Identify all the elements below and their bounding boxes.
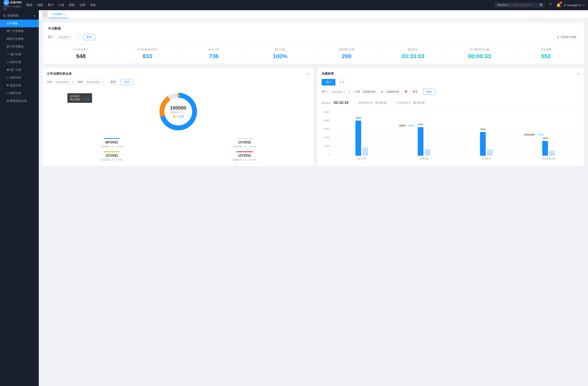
goal-query-button[interactable]: 查询 — [121, 79, 133, 85]
notification-badge: 5 — [559, 2, 563, 4]
stat-over-complete: 1072932 超额完成（元）| 89.9% — [180, 151, 310, 161]
metric-first-consult: 今日首咨客户 948 — [48, 48, 114, 59]
sidebar-item-visitor[interactable]: ⊙ 访客分析 — [0, 74, 39, 82]
date-from-input[interactable] — [361, 89, 379, 94]
username: manager11 — [567, 3, 582, 7]
search-type-select[interactable]: 手机号码 — [496, 3, 510, 7]
comm-dept-select[interactable]: 请选择部门 — [330, 89, 352, 95]
y-label-50000: 50000 — [323, 111, 330, 113]
today-data-card: 今日数据 部门 请选择部门 查询 ⚙ 设置显示指标 — [43, 22, 584, 64]
sidebar-item-sales-manager[interactable]: 销售主管看板 — [0, 35, 39, 43]
nav-data[interactable]: 数据 — [26, 2, 32, 8]
bar-chart-container: 50000 40000 30000 20000 10000 0 — [322, 111, 580, 162]
grid-line-5 — [331, 156, 580, 156]
user-info[interactable]: manager11 ▼ — [564, 3, 585, 7]
search-box: 手机号码 🔍 — [495, 3, 545, 8]
calendar-icon[interactable]: 📅 — [404, 90, 407, 94]
bar-dial-blue-wrapper: 43000 — [356, 121, 361, 156]
bar-group-dial: 43000 拨打次数 — [331, 111, 393, 156]
metric-call-duration: 通话时长 03:33:03 — [380, 48, 446, 59]
user-dropdown-icon[interactable]: ▼ — [583, 4, 585, 6]
comm-tab-dept[interactable]: 部门 — [322, 79, 336, 85]
goal-period-select[interactable]: 请选择周期 — [84, 79, 105, 85]
stat-bar-uncompleted — [236, 138, 253, 139]
sidebar-item-account-manager[interactable]: 客户经理看板 — [0, 43, 39, 51]
nav-customers[interactable]: 客户 — [48, 2, 54, 8]
help-icon[interactable]: ? — [486, 48, 489, 51]
logo-subtext: 教育机构一站式服务云平台 — [3, 5, 22, 11]
nav-registration[interactable]: 报名 — [90, 2, 96, 8]
comm-panel-header: 沟通效率 ⟳ — [322, 72, 580, 76]
bar-eff-conn-gray — [549, 151, 555, 156]
sidebar-item-company-dashboard[interactable]: 公司看板 — [0, 19, 39, 27]
tab-close-icon[interactable]: ✕ — [63, 13, 65, 16]
comm-query-button[interactable]: 查询 — [423, 89, 435, 95]
notification-icon[interactable]: 🔔 5 — [556, 3, 561, 7]
search-input[interactable] — [513, 4, 538, 6]
sidebar-item-promo-analysis[interactable]: ◈ 推广分析 — [0, 66, 39, 74]
goal-target-select[interactable]: 请选择目标 — [54, 79, 75, 85]
goal-filter-target: 目标 请选择目标 — [47, 79, 75, 85]
goal-reset-button[interactable]: 重置 — [108, 79, 118, 85]
stat-completed: 8972932 已完成量（元）| 70.9% — [47, 138, 177, 148]
comm-refresh-icon[interactable]: ⟳ — [577, 72, 580, 76]
sidebar-item-cost[interactable]: ◎ 成本分析 — [0, 58, 39, 66]
logo-icon: ☁ — [3, 0, 9, 5]
metric-return-visits: 回访人数 736 — [181, 48, 247, 59]
tooltip-ratio: 所占比例： 70.9% — [70, 98, 90, 101]
sidebar-item-sales-analysis[interactable]: ◷ 销售分析 — [0, 89, 39, 97]
bar-connect-blue-label: 35000 — [418, 123, 423, 126]
main-content: ☰ 公司看板 ✕ 今日数据 部门 请选择部门 — [39, 10, 588, 386]
metric-deals: 成交单数 552 — [513, 48, 579, 59]
tooltip-value: 1072932 — [70, 95, 90, 98]
stat-uncompleted: 1072932 未完成量（元）| 20.9% — [180, 138, 310, 148]
nav-finance[interactable]: 财务 — [69, 2, 75, 8]
y-axis: 50000 40000 30000 20000 10000 0 — [322, 111, 331, 156]
user-online-dot — [564, 4, 566, 6]
bar-connect-blue — [418, 127, 423, 156]
svg-point-3 — [177, 94, 179, 96]
date-to-input[interactable] — [385, 89, 403, 94]
comm-stats-row: 通话时长 02:10:19 有效通话时长 02:10:19 平均通话时长 02:… — [322, 98, 580, 108]
today-filter-row: 部门 请选择部门 查询 ⚙ 设置显示指标 — [48, 34, 579, 40]
nav-leads[interactable]: 线索 — [37, 2, 43, 8]
sidebar-item-funnel[interactable]: ▽ 漏斗分析 — [0, 51, 39, 58]
settings-icon: ⚙ — [557, 36, 559, 39]
goal-stats-grid: 8972932 已完成量（元）| 70.9% 1072932 未完成量（元）| … — [47, 138, 309, 161]
today-query-button[interactable]: 查询 — [83, 34, 95, 40]
mobile-icon[interactable]: 📱 — [548, 3, 553, 8]
bar-eff-conn-blue-label: 18000 — [542, 137, 548, 139]
today-section-title: 今日数据 — [48, 26, 579, 31]
bar-effective-blue-wrapper: 29000 — [480, 132, 486, 156]
comm-tab-personal[interactable]: 个人 — [336, 79, 349, 85]
goal-panel-title: 公司业绩目标达成 — [47, 72, 71, 76]
comm-reset-button[interactable]: 重置 — [410, 89, 420, 95]
y-label-10000: 10000 — [323, 145, 330, 147]
bar-effective-gray — [487, 149, 493, 156]
visitor-icon: ⊙ — [6, 76, 10, 79]
comm-stat-effective-talk: 有效通话时长 02:10:19 — [358, 101, 386, 105]
tab-company-dashboard[interactable]: 公司看板 ✕ — [49, 10, 68, 18]
sidebar-section-header[interactable]: ⊞ 数据看板 ∧ — [0, 12, 39, 19]
panels-row: 公司业绩目标达成 ⟳ 目标 请选择目标 — [43, 68, 584, 166]
metric-value-2: 736 — [183, 53, 244, 59]
comm-dept-wrapper: 请选择部门 — [330, 89, 352, 95]
search-icon[interactable]: 🔍 — [540, 3, 543, 7]
metric-value-6: 00:00:33 — [449, 53, 510, 59]
chevron-up-icon: ∧ — [34, 14, 36, 17]
comm-stat-avg-talk: 平均通话时长 02:10:19 — [396, 101, 424, 105]
dept-select[interactable]: 请选择部门 — [56, 35, 81, 40]
sidebar-item-channel[interactable]: ❋ 渠道分析 — [0, 82, 39, 89]
sidebar-item-data-flow[interactable]: ⊞ 数据流转记录 — [0, 97, 39, 105]
nav-public-sea[interactable]: 公海 — [58, 2, 64, 8]
goal-refresh-icon[interactable]: ⟳ — [307, 72, 309, 76]
bar-connect-xlabel: 接通次数 — [420, 157, 429, 160]
sidebar-toggle-button[interactable]: ☰ — [42, 11, 47, 17]
bar-group-connect-bars: 35000 — [418, 127, 430, 156]
sidebar-item-promo-manager[interactable]: 推广主管看板 — [0, 27, 39, 35]
settings-button[interactable]: ⚙ 设置显示指标 — [554, 34, 579, 40]
nav-operations[interactable]: 运营 — [80, 2, 85, 8]
metric-value-0: 948 — [50, 53, 111, 59]
metric-dial-count: 拨打次数 100% — [247, 48, 314, 59]
bar-group-dial-bars: 43000 — [356, 121, 368, 156]
